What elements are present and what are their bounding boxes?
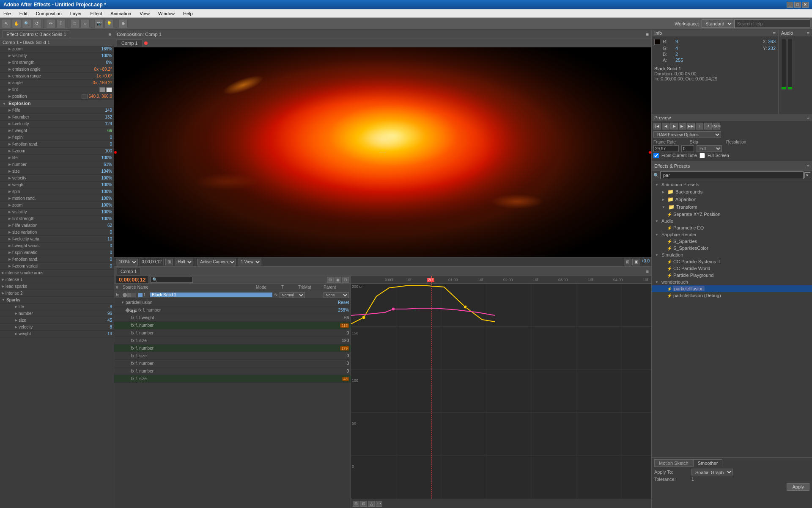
comp-tab[interactable]: Comp 1 bbox=[117, 39, 143, 47]
ec-val-fmrand[interactable]: 0 bbox=[110, 142, 112, 146]
ec-tri-fvelvar[interactable]: ▶ bbox=[8, 237, 11, 241]
ec-tri-weight[interactable]: ▶ bbox=[8, 183, 11, 187]
ec-pos-swatch[interactable] bbox=[82, 94, 88, 99]
prev-prev-frame[interactable]: ◀ bbox=[662, 123, 669, 130]
minimize-button[interactable]: _ bbox=[787, 2, 793, 8]
ec-val-vis2[interactable]: 100% bbox=[101, 210, 112, 214]
tl-kf-nav-2[interactable]: ▶ bbox=[134, 309, 137, 312]
ep-tri-audio[interactable]: ▼ bbox=[655, 219, 658, 223]
ec-tri-intense2[interactable]: ▶ bbox=[2, 291, 4, 295]
ec-swatch-1[interactable] bbox=[99, 87, 105, 92]
ms-tab-motion-sketch[interactable]: Motion Sketch bbox=[654, 459, 693, 467]
tl-kf-1[interactable] bbox=[125, 308, 130, 312]
ec-tri-fmrand[interactable]: ▶ bbox=[8, 142, 11, 146]
preview-from-current-check[interactable] bbox=[653, 153, 659, 158]
prev-next-frame[interactable]: ▶| bbox=[679, 123, 686, 130]
menu-animation[interactable]: Animation bbox=[109, 10, 133, 17]
tl-search-input[interactable] bbox=[151, 277, 193, 283]
ep-subitem-pi-debug[interactable]: ⚡ particleIllusion (Debug) bbox=[652, 292, 812, 299]
prev-play[interactable]: ▶ bbox=[670, 123, 678, 130]
ms-apply-to-select[interactable]: Spatial Graph bbox=[691, 469, 733, 475]
ec-tri-sv[interactable]: ▶ bbox=[15, 325, 17, 329]
tl-lock-icon[interactable] bbox=[132, 293, 136, 297]
ec-val-er[interactable]: 1x +0.0° bbox=[96, 74, 112, 78]
menu-layer[interactable]: Layer bbox=[69, 10, 84, 17]
tl-vis-icon[interactable] bbox=[123, 293, 127, 297]
prev-last-frame[interactable]: ▶▶| bbox=[687, 123, 695, 130]
ec-val-life[interactable]: 100% bbox=[101, 155, 112, 160]
tool-light[interactable]: 💡 bbox=[104, 19, 114, 28]
menu-window[interactable]: Window bbox=[156, 10, 176, 17]
prev-loop[interactable]: ↺ bbox=[704, 123, 712, 130]
audio-menu[interactable]: ≡ bbox=[807, 30, 809, 36]
tl-size1-val[interactable]: 120 bbox=[342, 338, 349, 343]
tool-ellipse[interactable]: ○ bbox=[80, 19, 90, 28]
info-menu[interactable]: ≡ bbox=[773, 30, 776, 36]
ep-section-sapphire[interactable]: ▼ Sapphire Render bbox=[652, 231, 812, 238]
ep-subitem-cc-particle-world[interactable]: ⚡ CC Particle World bbox=[652, 265, 812, 272]
ec-val-sl[interactable]: 8 bbox=[110, 304, 112, 309]
ec-val-fmrandvar[interactable]: 0 bbox=[110, 257, 112, 262]
tool-rect[interactable]: □ bbox=[70, 19, 80, 28]
ec-tri-fweight[interactable]: ▶ bbox=[8, 129, 11, 133]
tl-fweight-val[interactable]: 66 bbox=[344, 315, 349, 320]
ep-tri-bg[interactable]: ▶ bbox=[662, 190, 664, 194]
ep-tri-wt[interactable]: ▼ bbox=[655, 280, 658, 284]
tl-kf-nav-1[interactable]: ◀ bbox=[130, 309, 133, 312]
ec-val-sw[interactable]: 13 bbox=[107, 331, 112, 336]
ec-tri-vis2[interactable]: ▶ bbox=[8, 210, 11, 214]
ec-val-mrand[interactable]: 100% bbox=[101, 196, 112, 201]
ep-subitem-cc-particle-sys[interactable]: ⚡ CC Particle Systems II bbox=[652, 258, 812, 265]
ep-tri-sapphire[interactable]: ▼ bbox=[655, 233, 658, 237]
graph-btn-2[interactable]: ⊡ bbox=[360, 501, 367, 507]
ep-subitem-particle-playground[interactable]: ⚡ Particle Playground bbox=[652, 272, 812, 279]
ec-val-flife[interactable]: 149 bbox=[105, 108, 112, 113]
ec-val-fvel[interactable]: 129 bbox=[105, 121, 112, 126]
ec-tri-fspinvar[interactable]: ▶ bbox=[8, 251, 11, 254]
timeline-menu[interactable]: ≡ bbox=[646, 269, 649, 274]
ec-tri-smoke[interactable]: ▶ bbox=[2, 271, 4, 275]
preview-full-screen-check[interactable] bbox=[700, 153, 705, 158]
timeline-tab[interactable]: Comp 1 bbox=[117, 268, 141, 275]
ep-subitem-sparkles-color[interactable]: ⚡ S_SparklesColor bbox=[652, 245, 812, 251]
search-help-input[interactable] bbox=[734, 19, 810, 28]
ec-val-zoom[interactable]: 169% bbox=[101, 47, 112, 51]
tl-btn-1[interactable]: ⊞ bbox=[327, 277, 334, 283]
graph-btn-3[interactable]: △ bbox=[368, 501, 375, 507]
ep-subitem-sparkles[interactable]: ⚡ S_Sparkles bbox=[652, 238, 812, 245]
tl-pi-reset[interactable]: Reset bbox=[338, 300, 349, 305]
tl-num6-val[interactable]: 0 bbox=[346, 369, 349, 373]
ec-tri-fnumber[interactable]: ▶ bbox=[8, 115, 11, 119]
tl-num4-val[interactable]: 179 bbox=[340, 346, 349, 351]
ec-tri-intense1[interactable]: ▶ bbox=[2, 278, 4, 282]
ec-tri-fvel[interactable]: ▶ bbox=[8, 122, 11, 126]
tl-size2-val[interactable]: 0 bbox=[346, 353, 349, 358]
comp-views-select[interactable]: 1 View bbox=[238, 259, 261, 265]
ep-tri-transform[interactable]: ▼ bbox=[662, 205, 665, 209]
comp-grid-btn[interactable]: ⊞ bbox=[624, 259, 631, 265]
menu-composition[interactable]: Composition bbox=[34, 10, 63, 17]
ec-tri-flifevar[interactable]: ▶ bbox=[8, 224, 11, 227]
comp-zoom-select[interactable]: 100% bbox=[116, 259, 138, 265]
ec-swatch-2[interactable] bbox=[106, 87, 112, 92]
info-color-swatch[interactable] bbox=[654, 39, 660, 45]
ec-tri-vel[interactable]: ▶ bbox=[8, 176, 11, 180]
tl-number-val-1[interactable]: 258% bbox=[338, 308, 349, 312]
ec-val-ts[interactable]: 0% bbox=[106, 60, 112, 65]
ec-tri-life[interactable]: ▶ bbox=[8, 156, 11, 160]
ep-search-clear[interactable]: ✕ bbox=[804, 172, 810, 178]
ep-subitem-particle-illusion[interactable]: ⚡ particleIllusion bbox=[652, 285, 812, 292]
tl-size3-val[interactable]: 48 bbox=[342, 377, 349, 381]
ec-triangle-er[interactable]: ▶ bbox=[8, 74, 11, 78]
menu-help[interactable]: Help bbox=[181, 10, 195, 17]
tool-camera[interactable]: 📷 bbox=[94, 19, 104, 28]
ec-val-ss[interactable]: 45 bbox=[107, 318, 112, 323]
tool-hand[interactable]: ✋ bbox=[12, 19, 21, 28]
ec-val-zoom2[interactable]: 100% bbox=[101, 203, 112, 207]
ep-section-simulation[interactable]: ▼ Simulation bbox=[652, 251, 812, 258]
ec-tri-sw[interactable]: ▶ bbox=[15, 332, 17, 336]
tool-rotate[interactable]: ↺ bbox=[32, 19, 41, 28]
ep-section-wondertouch[interactable]: ▼ wondertouch bbox=[652, 279, 812, 285]
tl-num2-val[interactable]: 215 bbox=[340, 323, 349, 328]
menu-view[interactable]: View bbox=[138, 10, 151, 17]
